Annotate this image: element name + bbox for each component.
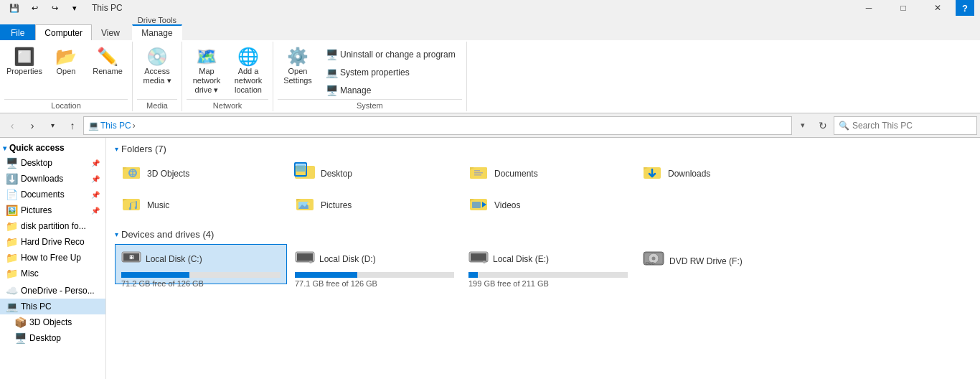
sidebar-desktop-label: Desktop xyxy=(21,158,52,168)
quick-access-redo[interactable]: ↪ xyxy=(46,1,63,15)
folders-section-header: ▾ Folders (7) xyxy=(115,144,971,154)
close-button[interactable]: ✕ xyxy=(921,0,954,16)
folder-item-desktop[interactable]: Desktop xyxy=(288,159,461,189)
up-button[interactable]: ↑ xyxy=(63,116,82,135)
sidebar-item-this-pc[interactable]: 💻 This PC xyxy=(0,299,105,314)
ribbon-content: 🔲 Properties 📂 Open ✏️ Rename Location 💿 xyxy=(0,40,980,113)
add-network-location-button[interactable]: 🌐 Add a networklocation xyxy=(228,45,268,99)
drive-d-bar-bg xyxy=(295,272,454,278)
properties-button[interactable]: 🔲 Properties xyxy=(4,45,44,89)
sidebar-item-onedrive[interactable]: ☁️ OneDrive - Perso... xyxy=(0,283,105,299)
ribbon-group-system: ⚙️ OpenSettings 🖥️ Uninstall or change a… xyxy=(273,42,467,111)
videos-folder-label: Videos xyxy=(494,200,520,210)
downloads-icon: ⬇️ xyxy=(6,173,18,184)
map-network-icon: 🗺️ xyxy=(196,48,217,65)
drive-item-d[interactable]: Local Disk (D:) 77.1 GB free of 126 GB xyxy=(288,244,461,284)
sidebar-item-pictures[interactable]: 🖼️ Pictures 📌 xyxy=(0,202,105,218)
uninstall-button[interactable]: 🖥️ Uninstall or change a program xyxy=(319,46,462,63)
drives-section-title: Devices and drives (4) xyxy=(121,229,214,240)
sidebar-item-desktop-sub[interactable]: 🖥️ Desktop xyxy=(0,330,105,346)
folder-item-music[interactable]: Music xyxy=(115,190,287,220)
folder-item-3d-objects[interactable]: 3D Objects xyxy=(115,159,287,189)
drives-grid: ⊞ Local Disk (C:) 71.2 GB free of 126 GB… xyxy=(115,244,971,284)
sidebar-item-documents[interactable]: 📄 Documents 📌 xyxy=(0,187,105,202)
drive-c-header: ⊞ Local Disk (C:) xyxy=(121,249,281,269)
3d-objects-label: 3D Objects xyxy=(147,169,189,179)
manage-button[interactable]: 🖥️ Manage xyxy=(319,82,462,99)
svg-rect-13 xyxy=(474,172,483,174)
minimize-button[interactable]: ─ xyxy=(852,0,885,16)
breadcrumb-this-pc[interactable]: This PC xyxy=(100,121,131,131)
open-button[interactable]: 📂 Open xyxy=(46,45,86,89)
tab-manage[interactable]: Manage xyxy=(132,24,182,40)
refresh-button[interactable]: ↻ xyxy=(814,116,832,135)
rename-button[interactable]: ✏️ Rename xyxy=(88,45,128,89)
pictures-folder-icon xyxy=(293,192,316,220)
folders-chevron[interactable]: ▾ xyxy=(115,145,118,153)
drive-d-header: Local Disk (D:) xyxy=(295,249,454,269)
sidebar-item-how-to-free-up[interactable]: 📁 How to Free Up xyxy=(0,250,105,266)
sidebar-item-misc[interactable]: 📁 Misc xyxy=(0,266,105,281)
sidebar-item-disk-partition[interactable]: 📁 disk partition fo... xyxy=(0,218,105,234)
drive-tools-label: Drive Tools xyxy=(132,16,182,24)
drive-item-e[interactable]: Local Disk (E:) 199 GB free of 211 GB xyxy=(462,244,634,284)
quick-access-save[interactable]: 💾 xyxy=(6,1,23,15)
quick-access-header[interactable]: ▾ Quick access xyxy=(0,141,105,155)
quick-access-label: Quick access xyxy=(9,143,65,153)
drive-f-name: DVD RW Drive (F:) xyxy=(669,256,743,266)
system-buttons: ⚙️ OpenSettings 🖥️ Uninstall or change a… xyxy=(278,43,462,99)
main-area: ▾ Quick access 🖥️ Desktop 📌 ⬇️ Downloads… xyxy=(0,138,980,379)
media-buttons: 💿 Accessmedia ▾ xyxy=(137,43,177,99)
quick-access-undo[interactable]: ↩ xyxy=(26,1,43,15)
drive-d-bar xyxy=(295,272,357,278)
add-network-label: Add a networklocation xyxy=(230,67,266,95)
ribbon-group-location: 🔲 Properties 📂 Open ✏️ Rename Location xyxy=(0,42,133,111)
drive-item-f[interactable]: DVD DVD RW Drive (F:) xyxy=(636,244,808,284)
system-props-label: System properties xyxy=(340,67,410,78)
tab-view[interactable]: View xyxy=(92,24,129,40)
folder-item-pictures[interactable]: Pictures xyxy=(288,190,461,220)
recent-locations-button[interactable]: ▾ xyxy=(43,116,62,135)
help-button[interactable]: ? xyxy=(956,0,974,16)
maximize-button[interactable]: □ xyxy=(887,0,920,16)
music-folder-label: Music xyxy=(147,200,169,210)
sidebar-item-3d-objects[interactable]: 📦 3D Objects xyxy=(0,314,105,330)
folder-item-downloads[interactable]: Downloads xyxy=(636,159,808,189)
folder-item-videos[interactable]: Videos xyxy=(462,190,634,220)
folder-item-documents[interactable]: Documents xyxy=(462,159,634,189)
sidebar-item-desktop[interactable]: 🖥️ Desktop 📌 xyxy=(0,155,105,171)
ribbon-group-network: 🗺️ Map networkdrive ▾ 🌐 Add a networkloc… xyxy=(182,42,273,111)
sidebar-item-hard-drive-reco[interactable]: 📁 Hard Drive Reco xyxy=(0,234,105,250)
open-settings-button[interactable]: ⚙️ OpenSettings xyxy=(278,45,318,89)
access-media-button[interactable]: 💿 Accessmedia ▾ xyxy=(137,45,177,89)
manage-label: Manage xyxy=(340,85,371,95)
back-button[interactable]: ‹ xyxy=(3,116,22,135)
search-input[interactable] xyxy=(852,121,972,131)
desktop-icon: 🖥️ xyxy=(6,157,18,169)
pin-icon-desktop: 📌 xyxy=(91,159,100,167)
search-box[interactable]: 🔍 xyxy=(834,116,977,135)
drive-c-bar xyxy=(121,272,189,278)
open-label: Open xyxy=(57,67,76,76)
map-network-drive-button[interactable]: 🗺️ Map networkdrive ▾ xyxy=(187,45,227,99)
forward-button[interactable]: › xyxy=(23,116,42,135)
documents-icon: 📄 xyxy=(6,189,18,200)
system-properties-button[interactable]: 💻 System properties xyxy=(319,64,462,81)
quick-access-dropdown[interactable]: ▾ xyxy=(66,1,83,15)
how-to-free-up-icon: 📁 xyxy=(6,252,18,263)
tab-file[interactable]: File xyxy=(0,24,35,40)
tab-computer[interactable]: Computer xyxy=(35,24,92,40)
svg-point-40 xyxy=(652,257,656,261)
access-media-label: Accessmedia ▾ xyxy=(143,67,171,85)
title-bar-left: 💾 ↩ ↪ ▾ This PC xyxy=(6,1,123,15)
svg-point-36 xyxy=(483,261,486,263)
downloads-folder-label: Downloads xyxy=(668,169,710,179)
documents-folder-icon xyxy=(467,160,490,188)
drive-item-c[interactable]: ⊞ Local Disk (C:) 71.2 GB free of 126 GB xyxy=(115,244,287,284)
sidebar-item-downloads[interactable]: ⬇️ Downloads 📌 xyxy=(0,171,105,187)
drive-c-icon: ⊞ xyxy=(121,249,141,269)
svg-rect-14 xyxy=(474,174,481,176)
drives-chevron[interactable]: ▾ xyxy=(115,230,118,238)
breadcrumb-dropdown[interactable]: ▾ xyxy=(793,116,812,135)
properties-label: Properties xyxy=(6,67,42,76)
